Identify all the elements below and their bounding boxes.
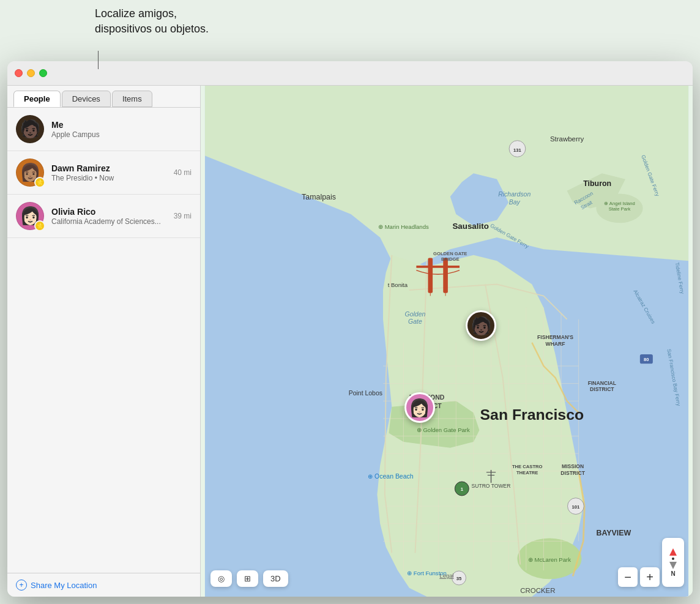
compass-control[interactable]: N <box>662 538 684 587</box>
person-location-olivia: California Academy of Sciences... <box>51 217 166 226</box>
person-distance-olivia: 39 mi <box>174 212 192 220</box>
avatar-emoji-me: 🧑🏿 <box>17 116 43 143</box>
traffic-lights <box>15 69 47 77</box>
sidebar: People Devices Items 🧑🏿 Me Apple Campus <box>7 86 201 597</box>
svg-text:Gate: Gate <box>408 318 422 325</box>
map-type-icon: ⊞ <box>244 574 251 583</box>
maximize-button[interactable] <box>39 69 47 77</box>
tooltip-line1: Localize amigos, <box>95 6 209 21</box>
person-item-me[interactable]: 🧑🏿 Me Apple Campus <box>7 108 200 151</box>
zoom-in-button[interactable]: + <box>640 567 660 587</box>
person-name-olivia: Olivia Rico <box>51 207 166 217</box>
svg-text:1: 1 <box>461 487 464 492</box>
svg-text:t Bonita: t Bonita <box>388 281 408 288</box>
avatar-olivia: 👩🏻 ⭐ <box>16 202 44 230</box>
svg-text:FISHERMAN'S: FISHERMAN'S <box>537 334 573 340</box>
app-window: People Devices Items 🧑🏿 Me Apple Campus <box>7 61 693 597</box>
compass-south <box>669 562 677 569</box>
svg-text:⊕ Marin Headlands: ⊕ Marin Headlands <box>378 223 429 230</box>
svg-text:MISSION: MISSION <box>562 463 584 469</box>
avatar-circle-me: 🧑🏿 <box>16 115 44 143</box>
svg-text:BRIDGE: BRIDGE <box>441 256 460 262</box>
minimize-button[interactable] <box>27 69 35 77</box>
location-icon: ◎ <box>218 574 225 583</box>
svg-text:SUTRO TOWER: SUTRO TOWER <box>472 483 511 489</box>
compass-n-label: N <box>671 570 675 577</box>
title-bar <box>7 61 693 86</box>
person-name-dawn: Dawn Ramirez <box>51 163 166 173</box>
svg-text:⊕ Angel Island: ⊕ Angel Island <box>604 201 635 206</box>
person-name-me: Me <box>51 120 184 130</box>
person-distance-dawn: 40 mi <box>174 168 192 177</box>
svg-text:Bay: Bay <box>509 199 521 206</box>
svg-text:Golden: Golden <box>405 311 426 318</box>
svg-text:THE CASTRO: THE CASTRO <box>512 464 543 469</box>
avatar-badge-olivia: ⭐ <box>34 220 45 231</box>
svg-text:Point Lobos: Point Lobos <box>349 390 382 397</box>
svg-text:State Park: State Park <box>609 206 631 212</box>
three-d-label: 3D <box>270 574 281 583</box>
avatar-me: 🧑🏿 <box>16 115 44 143</box>
svg-text:DISTRICT: DISTRICT <box>590 386 614 392</box>
svg-text:FINANCIAL: FINANCIAL <box>588 380 616 386</box>
svg-text:Tiburon: Tiburon <box>583 179 611 188</box>
share-location-icon: + <box>16 580 27 591</box>
svg-text:Sausalito: Sausalito <box>452 222 488 231</box>
svg-text:80: 80 <box>644 357 649 362</box>
tooltip-pointer-line <box>98 51 99 69</box>
svg-text:Strawberry: Strawberry <box>550 135 584 143</box>
tooltip-callout: Localize amigos, dispositivos ou objetos… <box>95 6 209 37</box>
close-button[interactable] <box>15 69 23 77</box>
svg-text:⊕ Ocean Beach: ⊕ Ocean Beach <box>368 473 414 480</box>
avatar-badge-dawn: ⭐ <box>34 177 45 188</box>
map-pin-avatar-me: 🧑🏿 <box>466 310 496 341</box>
person-item-olivia[interactable]: 👩🏻 ⭐ Olivia Rico California Academy of S… <box>7 195 200 238</box>
tooltip-line2: dispositivos ou objetos. <box>95 21 209 37</box>
svg-text:Richardson: Richardson <box>498 191 531 198</box>
svg-text:⊕ Golden Gate Park: ⊕ Golden Gate Park <box>417 427 470 433</box>
map-container[interactable]: 101 1 131 80 35 <box>201 86 693 597</box>
svg-text:35: 35 <box>456 576 462 581</box>
map-type-button[interactable]: ⊞ <box>237 570 258 587</box>
svg-text:GOLDEN GATE: GOLDEN GATE <box>433 251 467 256</box>
svg-text:131: 131 <box>513 147 521 153</box>
main-content: People Devices Items 🧑🏿 Me Apple Campus <box>7 86 693 597</box>
svg-text:BAYVIEW: BAYVIEW <box>597 529 631 537</box>
svg-text:THEATRE: THEATRE <box>516 470 538 475</box>
svg-text:WHARF: WHARF <box>546 341 565 347</box>
tab-people[interactable]: People <box>13 91 61 107</box>
compass-north <box>669 548 677 556</box>
tab-devices[interactable]: Devices <box>62 91 111 107</box>
three-d-button[interactable]: 3D <box>263 570 288 587</box>
avatar-dawn: 👩🏽 ⭐ <box>16 158 44 187</box>
map-pin-olivia[interactable]: 👩🏻 <box>404 392 435 423</box>
location-button[interactable]: ◎ <box>210 570 232 587</box>
compass-center <box>672 557 674 560</box>
map-pin-me[interactable]: 🧑🏿 <box>466 310 496 341</box>
zoom-out-button[interactable]: − <box>618 567 638 587</box>
svg-text:⊕ McLaren Park: ⊕ McLaren Park <box>528 556 571 563</box>
map-zoom-controls: − + <box>618 567 660 587</box>
person-item-dawn[interactable]: 👩🏽 ⭐ Dawn Ramirez The Presidio • Now 40 … <box>7 151 200 195</box>
share-location-label: Share My Location <box>31 581 97 590</box>
person-location-me: Apple Campus <box>51 130 184 139</box>
map-bottom-controls: ◎ ⊞ 3D <box>210 570 288 587</box>
person-info-me: Me Apple Campus <box>51 120 184 139</box>
svg-text:Legal: Legal <box>439 572 453 579</box>
person-info-dawn: Dawn Ramirez The Presidio • Now <box>51 163 166 182</box>
share-location-footer[interactable]: + Share My Location <box>7 573 200 597</box>
people-list: 🧑🏿 Me Apple Campus 👩🏽 ⭐ <box>7 108 200 573</box>
svg-text:CROCKER: CROCKER <box>520 587 555 594</box>
person-info-olivia: Olivia Rico California Academy of Scienc… <box>51 207 166 226</box>
tab-bar: People Devices Items <box>7 86 200 108</box>
svg-text:San Francisco: San Francisco <box>480 406 584 423</box>
tab-items[interactable]: Items <box>112 91 152 107</box>
map-pin-avatar-olivia: 👩🏻 <box>404 392 435 423</box>
map-svg: 101 1 131 80 35 <box>201 86 693 597</box>
svg-text:Tamalpais: Tamalpais <box>302 193 336 201</box>
svg-text:101: 101 <box>572 504 580 510</box>
svg-text:DISTRICT: DISTRICT <box>560 470 585 476</box>
person-location-dawn: The Presidio • Now <box>51 174 166 182</box>
